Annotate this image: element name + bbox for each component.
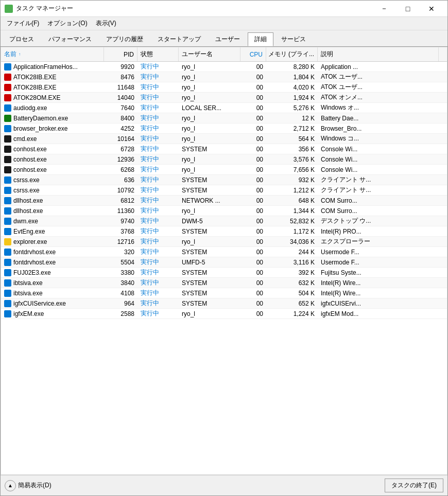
table-row[interactable]: igfxEM.exe 2588 実行中 ryo_l 00 1,224 K igf…	[1, 309, 447, 319]
table-row[interactable]: ApplicationFrameHos... 9920 実行中 ryo_l 00…	[1, 62, 447, 72]
process-icon	[4, 290, 11, 297]
cell-cpu: 00	[240, 309, 266, 318]
cell-user: SYSTEM	[179, 185, 240, 195]
table-container: 名前 ↑ PID 状態 ユーザー名 CPU メモリ (プライ...	[1, 47, 447, 474]
col-header-mem[interactable]: メモリ (プライ...	[266, 47, 318, 61]
table-row[interactable]: fontdrvhost.exe 5504 実行中 UMFD-5 00 3,116…	[1, 257, 447, 268]
table-row[interactable]: explorer.exe 12716 実行中 ryo_l 00 34,036 K…	[1, 237, 447, 247]
process-icon	[4, 228, 11, 235]
chevron-up-icon: ▲	[5, 480, 16, 491]
table-row[interactable]: dllhost.exe 11360 実行中 ryo_l 00 1,344 K C…	[1, 206, 447, 216]
table-row[interactable]: igfxCUIService.exe 964 実行中 SYSTEM 00 652…	[1, 298, 447, 309]
end-task-button[interactable]: タスクの終了(E)	[385, 479, 443, 492]
cell-user: ryo_l	[179, 82, 240, 92]
cell-mem: 648 K	[266, 196, 318, 205]
table-row[interactable]: conhost.exe 12936 実行中 ryo_l 00 3,576 K C…	[1, 154, 447, 165]
table-row[interactable]: FUJ02E3.exe 3380 実行中 SYSTEM 00 392 K Fuj…	[1, 268, 447, 278]
col-header-desc[interactable]: 説明	[318, 47, 439, 61]
col-header-cpu[interactable]: CPU	[240, 47, 266, 61]
col-header-pid[interactable]: PID	[104, 47, 137, 61]
cell-name: fontdrvhost.exe	[1, 247, 104, 257]
cell-name: FUJ02E3.exe	[1, 268, 104, 277]
cell-pid: 11648	[104, 82, 137, 92]
table-row[interactable]: dwm.exe 9740 実行中 DWM-5 00 52,832 K デスクトッ…	[1, 216, 447, 226]
table-row[interactable]: ibtsiva.exe 3840 実行中 SYSTEM 00 632 K Int…	[1, 278, 447, 288]
cell-name: csrss.exe	[1, 185, 104, 195]
process-icon	[4, 269, 11, 276]
cell-name: ibtsiva.exe	[1, 278, 104, 288]
tab-プロセス[interactable]: プロセス	[3, 32, 41, 46]
cell-cpu: 00	[240, 82, 266, 92]
tab-ユーザー[interactable]: ユーザー	[209, 32, 247, 46]
cell-name: igfxEM.exe	[1, 309, 104, 318]
tab-アプリの履歴[interactable]: アプリの履歴	[99, 32, 150, 46]
cell-desc: ATOK ユーザ...	[318, 82, 447, 92]
cell-pid: 636	[104, 175, 137, 185]
cell-desc: Windows コ...	[318, 134, 447, 144]
table-row[interactable]: csrss.exe 636 実行中 SYSTEM 00 932 K クライアント…	[1, 175, 447, 185]
table-row[interactable]: audiodg.exe 7640 実行中 LOCAL SER... 00 5,2…	[1, 103, 447, 113]
cell-mem: 1,924 K	[266, 93, 318, 102]
table-row[interactable]: BatteryDaemon.exe 8400 実行中 ryo_l 00 12 K…	[1, 113, 447, 123]
table-row[interactable]: csrss.exe 10792 実行中 SYSTEM 00 1,212 K クラ…	[1, 185, 447, 196]
cell-name: dllhost.exe	[1, 196, 104, 205]
tab-詳細[interactable]: 詳細	[248, 32, 273, 46]
title-bar: タスク マネージャー － □ ✕	[1, 1, 447, 17]
table-row[interactable]: conhost.exe 6268 実行中 ryo_l 00 7,656 K Co…	[1, 165, 447, 175]
menu-item-ファイル(F)[interactable]: ファイル(F)	[3, 18, 43, 29]
col-header-status[interactable]: 状態	[137, 47, 179, 61]
table-row[interactable]: ATOK28IB.EXE 8476 実行中 ryo_l 00 1,804 K A…	[1, 72, 447, 82]
cell-desc: COM Surro...	[318, 196, 447, 205]
cell-mem: 8,280 K	[266, 62, 318, 72]
cell-name: csrss.exe	[1, 175, 104, 185]
cell-user: ryo_l	[179, 72, 240, 82]
cell-user: SYSTEM	[179, 144, 240, 154]
cell-pid: 320	[104, 247, 137, 257]
table-row[interactable]: browser_broker.exe 4252 実行中 ryo_l 00 2,7…	[1, 123, 447, 134]
table-row[interactable]: dllhost.exe 6812 実行中 NETWORK ... 00 648 …	[1, 196, 447, 206]
cell-cpu: 00	[240, 144, 266, 154]
simple-view-button[interactable]: ▲ 簡易表示(D)	[5, 480, 51, 491]
cell-status: 実行中	[137, 298, 179, 308]
tab-サービス[interactable]: サービス	[274, 32, 313, 46]
table-row[interactable]: ibtsiva.exe 4108 実行中 SYSTEM 00 504 K Int…	[1, 288, 447, 298]
menu-item-オプション(O)[interactable]: オプション(O)	[43, 18, 91, 29]
menu-item-表示(V)[interactable]: 表示(V)	[92, 18, 120, 29]
cell-user: LOCAL SER...	[179, 103, 240, 113]
table-row[interactable]: ATOK28OM.EXE 14040 実行中 ryo_l 00 1,924 K …	[1, 93, 447, 103]
maximize-button[interactable]: □	[396, 1, 420, 17]
table-row[interactable]: cmd.exe 10164 実行中 ryo_l 00 564 K Windows…	[1, 134, 447, 144]
cell-desc: ATOK オンメ...	[318, 93, 447, 102]
cell-mem: 244 K	[266, 247, 318, 257]
tab-パフォーマンス[interactable]: パフォーマンス	[42, 32, 98, 46]
cell-user: UMFD-5	[179, 257, 240, 267]
cell-desc: Battery Dae...	[318, 113, 447, 123]
cell-status: 実行中	[137, 62, 179, 72]
col-header-name[interactable]: 名前 ↑	[1, 47, 104, 61]
process-icon	[4, 74, 11, 81]
cell-name: conhost.exe	[1, 144, 104, 154]
content-area: 名前 ↑ PID 状態 ユーザー名 CPU メモリ (プライ...	[1, 47, 447, 475]
cell-status: 実行中	[137, 72, 179, 82]
cell-desc: Browser_Bro...	[318, 123, 447, 133]
cell-pid: 6268	[104, 165, 137, 174]
table-row[interactable]: conhost.exe 6728 実行中 SYSTEM 00 356 K Con…	[1, 144, 447, 154]
cell-status: 実行中	[137, 237, 179, 246]
table-row[interactable]: fontdrvhost.exe 320 実行中 SYSTEM 00 244 K …	[1, 247, 447, 257]
close-button[interactable]: ✕	[420, 1, 443, 17]
cell-desc: クライアント サ...	[318, 175, 447, 185]
table-row[interactable]: EvtEng.exe 3768 実行中 SYSTEM 00 1,172 K In…	[1, 226, 447, 237]
cell-pid: 10164	[104, 134, 137, 144]
table-row[interactable]: ATOK28IB.EXE 11648 実行中 ryo_l 00 4,020 K …	[1, 82, 447, 93]
col-header-user[interactable]: ユーザー名	[179, 47, 240, 61]
tab-スタートアップ[interactable]: スタートアップ	[151, 32, 208, 46]
cell-cpu: 00	[240, 257, 266, 267]
cell-cpu: 00	[240, 175, 266, 185]
minimize-button[interactable]: －	[372, 1, 396, 17]
cell-name: dllhost.exe	[1, 206, 104, 216]
cell-name: ApplicationFrameHos...	[1, 62, 104, 72]
cell-cpu: 00	[240, 185, 266, 195]
cell-mem: 632 K	[266, 278, 318, 288]
cell-pid: 8476	[104, 72, 137, 82]
cell-status: 実行中	[137, 175, 179, 185]
